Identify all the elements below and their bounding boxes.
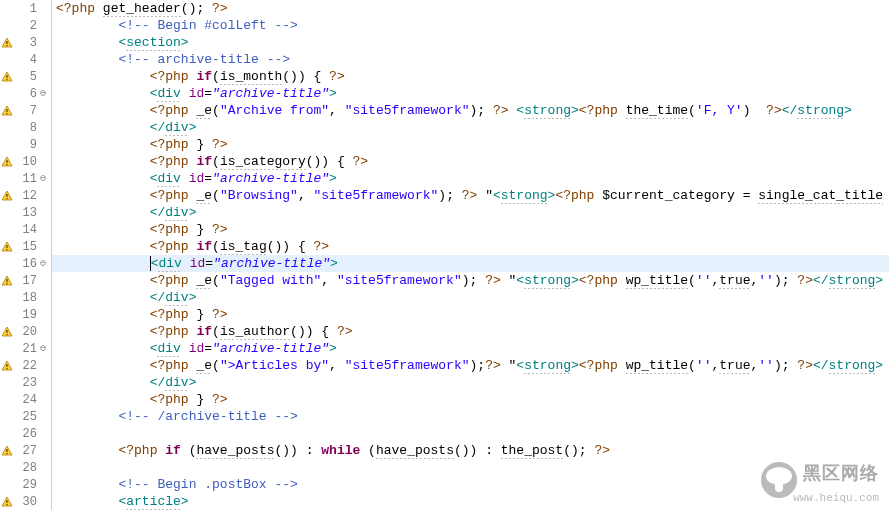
svg-rect-3 (6, 79, 7, 80)
code-line[interactable]: <?php get_header(); ?> (52, 0, 889, 17)
warning-placeholder (1, 224, 13, 236)
svg-rect-5 (6, 113, 7, 114)
code-line[interactable]: <!-- Begin .postBox --> (52, 476, 889, 493)
line-number: 24 (15, 393, 37, 407)
line-number: 25 (15, 410, 37, 424)
gutter-line: 1 (0, 0, 51, 17)
warning-icon (1, 241, 13, 253)
line-number: 8 (15, 121, 37, 135)
line-number: 12 (15, 189, 37, 203)
fold-toggle[interactable]: ⊖ (37, 340, 49, 357)
warning-placeholder (1, 462, 13, 474)
code-line[interactable]: <!-- /archive-title --> (52, 408, 889, 425)
gutter-line: 22 (0, 357, 51, 374)
code-line[interactable]: <?php } ?> (52, 136, 889, 153)
code-line[interactable]: <?php if(is_category()) { ?> (52, 153, 889, 170)
line-number: 4 (15, 53, 37, 67)
code-line[interactable] (52, 459, 889, 476)
gutter-line: 4 (0, 51, 51, 68)
warning-placeholder (1, 88, 13, 100)
svg-rect-7 (6, 164, 7, 165)
warning-icon (1, 190, 13, 202)
code-line[interactable]: <?php } ?> (52, 221, 889, 238)
gutter-line: 9 (0, 136, 51, 153)
line-number: 30 (15, 495, 37, 509)
svg-rect-8 (6, 194, 7, 197)
code-line[interactable]: <?php _e("Archive from", "site5framework… (52, 102, 889, 119)
code-line[interactable]: <div id="archive-title"> (52, 170, 889, 187)
svg-rect-16 (6, 364, 7, 367)
gutter-line: 19 (0, 306, 51, 323)
code-line[interactable]: <?php _e(">Articles by", "site5framework… (52, 357, 889, 374)
line-number: 1 (15, 2, 37, 16)
gutter-line: 26 (0, 425, 51, 442)
gutter-line: 7 (0, 102, 51, 119)
warning-placeholder (1, 479, 13, 491)
code-line[interactable]: <article> (52, 493, 889, 510)
code-line[interactable]: <!-- archive-title --> (52, 51, 889, 68)
code-line[interactable]: <section> (52, 34, 889, 51)
fold-toggle[interactable]: ⊖ (37, 85, 49, 102)
svg-rect-0 (6, 41, 7, 44)
code-line[interactable]: <?php } ?> (52, 306, 889, 323)
code-line[interactable]: </div> (52, 204, 889, 221)
gutter-line: 28 (0, 459, 51, 476)
code-line[interactable]: <?php _e("Browsing", "site5framework"); … (52, 187, 889, 204)
line-number: 7 (15, 104, 37, 118)
warning-placeholder (1, 394, 13, 406)
warning-placeholder (1, 428, 13, 440)
code-line[interactable] (52, 425, 889, 442)
warning-icon (1, 275, 13, 287)
gutter-line: 27 (0, 442, 51, 459)
line-number: 13 (15, 206, 37, 220)
gutter: 123456⊖7891011⊖1213141516⊖1718192021⊖222… (0, 0, 52, 510)
code-line[interactable]: <!-- Begin #colLeft --> (52, 17, 889, 34)
code-line[interactable]: <?php _e("Tagged with", "site5framework"… (52, 272, 889, 289)
warning-icon (1, 445, 13, 457)
gutter-line: 20 (0, 323, 51, 340)
code-line[interactable]: <?php if(is_author()) { ?> (52, 323, 889, 340)
line-number: 10 (15, 155, 37, 169)
code-line[interactable]: </div> (52, 119, 889, 136)
warning-icon (1, 360, 13, 372)
code-line[interactable]: <?php if(is_tag()) { ?> (52, 238, 889, 255)
line-number: 14 (15, 223, 37, 237)
fold-toggle[interactable]: ⊖ (37, 255, 49, 272)
line-number: 22 (15, 359, 37, 373)
code-line[interactable]: <div id="archive-title"> (52, 340, 889, 357)
svg-rect-19 (6, 453, 7, 454)
line-number: 16 (15, 257, 37, 271)
gutter-line: 10 (0, 153, 51, 170)
code-line[interactable]: <?php if (have_posts()) : while (have_po… (52, 442, 889, 459)
gutter-line: 3 (0, 34, 51, 51)
svg-rect-20 (6, 500, 7, 503)
line-number: 19 (15, 308, 37, 322)
line-number: 26 (15, 427, 37, 441)
gutter-line: 5 (0, 68, 51, 85)
svg-rect-12 (6, 279, 7, 282)
gutter-line: 2 (0, 17, 51, 34)
warning-placeholder (1, 309, 13, 321)
svg-rect-13 (6, 283, 7, 284)
code-line[interactable]: <?php if(is_month()) { ?> (52, 68, 889, 85)
code-line[interactable]: <?php } ?> (52, 391, 889, 408)
warning-placeholder (1, 54, 13, 66)
line-number: 2 (15, 19, 37, 33)
svg-rect-1 (6, 45, 7, 46)
gutter-line: 14 (0, 221, 51, 238)
gutter-line: 21⊖ (0, 340, 51, 357)
code-line[interactable]: </div> (52, 289, 889, 306)
code-line[interactable]: </div> (52, 374, 889, 391)
warning-placeholder (1, 173, 13, 185)
svg-rect-15 (6, 334, 7, 335)
code-line[interactable]: <div id="archive-title"> (52, 255, 889, 272)
code-area[interactable]: <?php get_header(); ?> <!-- Begin #colLe… (52, 0, 889, 510)
line-number: 9 (15, 138, 37, 152)
svg-rect-9 (6, 198, 7, 199)
line-number: 29 (15, 478, 37, 492)
svg-rect-11 (6, 249, 7, 250)
svg-rect-2 (6, 75, 7, 78)
code-line[interactable]: <div id="archive-title"> (52, 85, 889, 102)
fold-toggle[interactable]: ⊖ (37, 170, 49, 187)
svg-rect-6 (6, 160, 7, 163)
